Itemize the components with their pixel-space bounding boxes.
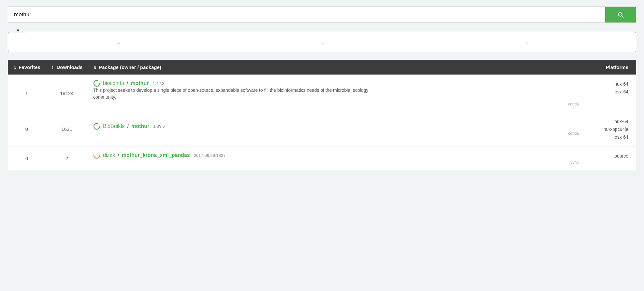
package-type-badge: ipynb	[93, 160, 579, 165]
access-chevron-icon: ⌄	[322, 41, 325, 45]
favorites-cell: 0	[8, 146, 46, 170]
table-row: 118124 bioconda / mothur 1.42.3 This pro…	[8, 75, 636, 112]
platform-chevron-icon: ⌄	[526, 41, 529, 45]
search-input[interactable]	[8, 7, 605, 22]
platform-tag: osx-64	[615, 89, 628, 94]
type-filter-label[interactable]: ⌄	[115, 41, 121, 45]
access-filter-label[interactable]: ⌄	[319, 41, 325, 45]
table-row: 01631 BioBuilds / mothur 1.39.5 condalin…	[8, 112, 636, 146]
package-type-badge: conda	[93, 102, 579, 106]
favorites-sort-icon: ⇅	[13, 66, 16, 70]
type-chevron-icon: ⌄	[118, 41, 121, 45]
filters-section: ▼ ⌄ ⌄ ⌄	[8, 32, 636, 52]
filters-row: ⌄ ⌄ ⌄	[16, 41, 628, 45]
package-name[interactable]: mothur_krona_xml_pandas	[122, 152, 190, 158]
results-table: ⇅ Favorites ⇩ Downloads ⇅ Package (owner…	[8, 60, 636, 170]
svg-point-1	[94, 123, 100, 129]
conda-icon	[93, 123, 100, 130]
platforms-list: source	[589, 152, 628, 160]
platforms-list: linux-64osx-64	[589, 80, 628, 96]
platform-tag: osx-64	[615, 134, 628, 140]
package-cell: dizak / mothur_krona_xml_pandas 2017.06.…	[88, 146, 584, 170]
svg-point-0	[94, 80, 100, 86]
downloads-cell: 1631	[46, 112, 88, 146]
downloads-sort-icon: ⇩	[51, 66, 54, 70]
col-header-downloads[interactable]: ⇩ Downloads	[46, 60, 88, 75]
package-version: 1.39.5	[153, 124, 165, 129]
favorites-cell: 1	[8, 75, 46, 112]
downloads-cell: 2	[46, 146, 88, 170]
package-description: This project seeks to develop a single p…	[93, 87, 387, 101]
search-icon	[617, 11, 624, 18]
platform-tag: linux-64	[612, 119, 628, 124]
package-slash: /	[127, 123, 129, 129]
favorites-cell: 0	[8, 112, 46, 146]
col-header-platforms: Platforms	[584, 60, 636, 75]
package-owner[interactable]: BioBuilds	[103, 123, 125, 129]
conda-icon	[93, 80, 100, 87]
type-filter[interactable]: ⌄	[16, 41, 220, 45]
platforms-list: linux-64linux-ppc64leosx-64	[589, 118, 628, 141]
access-filter[interactable]: ⌄	[220, 41, 424, 45]
table-header-row: ⇅ Favorites ⇩ Downloads ⇅ Package (owner…	[8, 60, 636, 75]
package-version: 1.42.3	[153, 81, 164, 86]
package-owner[interactable]: bioconda	[103, 80, 124, 86]
platform-tag: source	[615, 153, 628, 159]
search-bar	[8, 7, 636, 23]
platforms-cell: linux-64osx-64	[584, 75, 636, 112]
platform-filter[interactable]: ⌄	[424, 41, 628, 45]
platform-filter-label[interactable]: ⌄	[523, 41, 529, 45]
package-owner[interactable]: dizak	[103, 152, 115, 158]
package-version: 2017.06.29.1337	[194, 153, 226, 158]
filter-icon: ▼	[16, 28, 20, 33]
ipynb-icon	[93, 152, 100, 159]
package-name[interactable]: mothur	[131, 123, 149, 129]
search-button[interactable]	[605, 7, 636, 22]
package-sort-icon: ⇅	[93, 66, 96, 70]
package-slash: /	[127, 80, 128, 86]
filters-legend: ▼	[13, 28, 25, 33]
col-header-favorites[interactable]: ⇅ Favorites	[8, 60, 46, 75]
package-cell: BioBuilds / mothur 1.39.5 conda	[88, 112, 584, 146]
platforms-cell: linux-64linux-ppc64leosx-64	[584, 112, 636, 146]
platform-tag: linux-64	[612, 81, 628, 87]
table-row: 02 dizak / mothur_krona_xml_pandas 2017.…	[8, 146, 636, 170]
platforms-cell: source	[584, 146, 636, 170]
svg-point-2	[94, 152, 100, 158]
downloads-cell: 18124	[46, 75, 88, 112]
package-cell: bioconda / mothur 1.42.3 This project se…	[88, 75, 584, 112]
col-header-package[interactable]: ⇅ Package (owner / package)	[88, 60, 584, 75]
package-type-badge: conda	[93, 131, 579, 136]
package-slash: /	[118, 152, 119, 158]
platform-tag: linux-ppc64le	[602, 127, 629, 132]
package-name[interactable]: mothur	[131, 80, 149, 86]
